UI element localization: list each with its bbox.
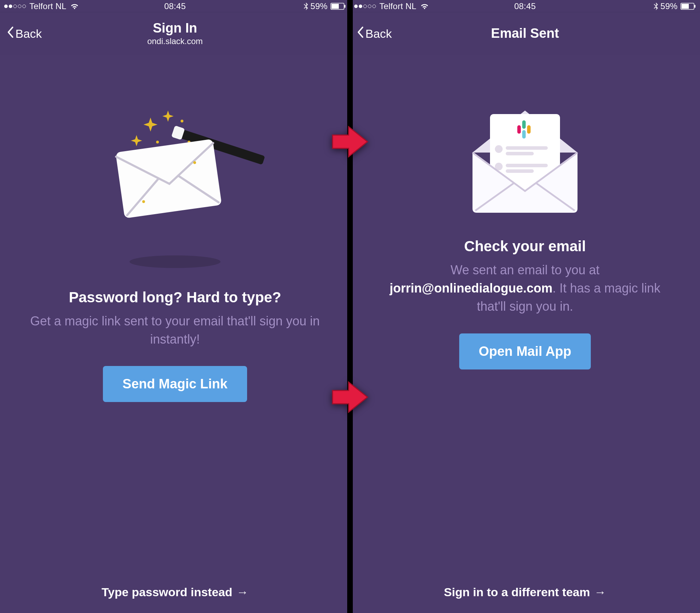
battery-icon: [330, 3, 346, 10]
svg-rect-23: [522, 130, 526, 139]
type-password-link[interactable]: Type password instead →: [102, 585, 248, 599]
svg-marker-7: [131, 135, 142, 146]
signal-dots-icon: [4, 5, 26, 8]
different-team-link[interactable]: Sign in to a different team →: [444, 585, 606, 599]
chevron-left-icon: [356, 26, 364, 41]
screen-divider: [347, 0, 353, 613]
transition-arrow-icon: [329, 122, 371, 162]
svg-rect-1: [331, 4, 339, 9]
battery-percent-label: 59%: [660, 1, 678, 11]
back-button[interactable]: Back: [356, 26, 392, 41]
back-label: Back: [15, 27, 42, 41]
battery-icon: [680, 3, 696, 10]
svg-rect-26: [506, 152, 534, 155]
clock-label: 08:45: [514, 1, 536, 11]
page-subtitle: ondi.slack.com: [147, 36, 203, 46]
nav-header: Back Email Sent: [350, 13, 700, 55]
main-content: Password long? Hard to type? Get a magic…: [0, 55, 350, 613]
battery-percent-label: 59%: [310, 1, 328, 11]
open-envelope-illustration: [458, 90, 592, 224]
wifi-icon: [70, 3, 79, 10]
svg-rect-22: [527, 125, 531, 134]
svg-marker-5: [144, 118, 158, 132]
screen-signin: Telfort NL 08:45 59% Back Sign In ondi.s…: [0, 0, 350, 613]
svg-rect-18: [694, 5, 695, 8]
svg-point-24: [495, 145, 503, 153]
signal-dots-icon: [354, 5, 376, 8]
screen-email-sent: Telfort NL 08:45 59% Back Email Sent: [350, 0, 700, 613]
page-title: Email Sent: [491, 26, 559, 41]
subtext-pre: We sent an email to you at: [450, 263, 600, 277]
footer-link-label: Type password instead: [102, 585, 232, 599]
svg-rect-21: [522, 120, 526, 129]
svg-rect-20: [517, 125, 521, 134]
status-bar: Telfort NL 08:45 59%: [350, 0, 700, 13]
svg-rect-29: [506, 169, 534, 173]
main-content: Check your email We sent an email to you…: [350, 55, 700, 613]
svg-point-8: [181, 120, 183, 122]
footer-link-label: Sign in to a different team: [444, 585, 590, 599]
clock-label: 08:45: [164, 1, 186, 11]
status-bar: Telfort NL 08:45 59%: [0, 0, 350, 13]
svg-rect-17: [681, 4, 689, 9]
svg-rect-25: [506, 146, 548, 150]
carrier-label: Telfort NL: [379, 1, 416, 11]
arrow-right-icon: →: [237, 585, 248, 599]
bluetooth-icon: [303, 2, 308, 10]
magic-envelope-illustration: [84, 104, 266, 268]
svg-marker-6: [162, 111, 174, 122]
subtext: We sent an email to you at jorrin@online…: [368, 261, 682, 316]
svg-point-9: [156, 141, 159, 143]
back-button[interactable]: Back: [6, 26, 42, 41]
chevron-left-icon: [6, 26, 14, 41]
arrow-right-icon: →: [594, 585, 606, 599]
back-label: Back: [365, 27, 392, 41]
headline: Check your email: [464, 238, 586, 255]
send-magic-link-button[interactable]: Send Magic Link: [103, 366, 247, 402]
transition-arrow-icon: [329, 378, 371, 418]
open-mail-app-button[interactable]: Open Mail App: [459, 333, 591, 369]
wifi-icon: [420, 3, 429, 10]
bluetooth-icon: [653, 2, 658, 10]
subtext: Get a magic link sent to your email that…: [18, 312, 332, 348]
carrier-label: Telfort NL: [29, 1, 66, 11]
nav-header: Back Sign In ondi.slack.com: [0, 13, 350, 55]
page-title: Sign In: [147, 21, 203, 36]
subtext-email: jorrin@onlinedialogue.com: [390, 281, 552, 295]
svg-rect-2: [344, 5, 345, 8]
svg-rect-28: [506, 164, 548, 167]
headline: Password long? Hard to type?: [69, 289, 281, 306]
